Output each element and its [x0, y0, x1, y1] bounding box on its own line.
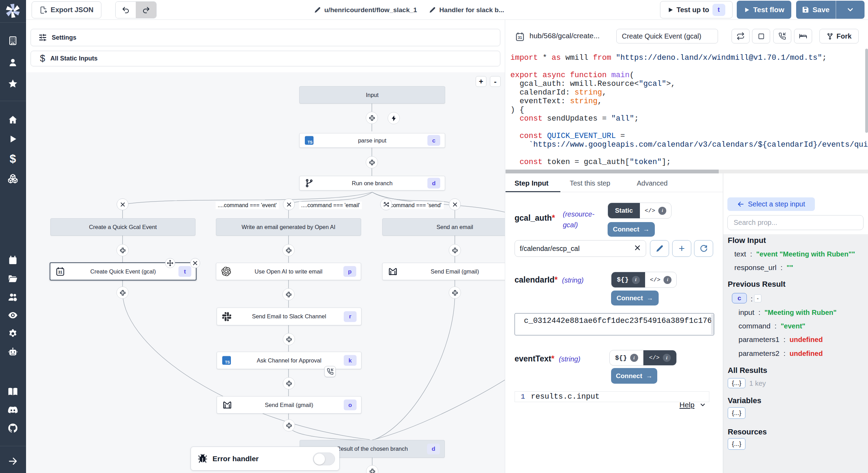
svg-text:31: 31: [518, 35, 522, 40]
